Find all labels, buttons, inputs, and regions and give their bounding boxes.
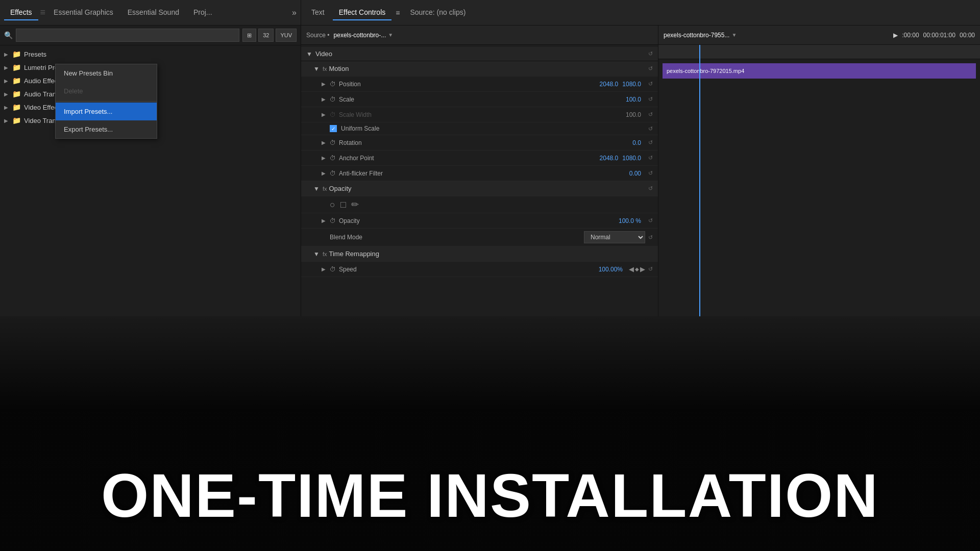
opacity-reset-btn[interactable]: ↺ — [648, 185, 653, 192]
antiflicker-reset-btn[interactable]: ↺ — [648, 170, 653, 177]
time-display-end: 00:00 — [960, 32, 975, 39]
folder-icon-audio-trans: 📁 — [12, 90, 21, 98]
opacity-pen-icon[interactable]: ✏ — [351, 199, 359, 210]
context-separator — [56, 101, 157, 102]
tab-proj[interactable]: Proj... — [187, 5, 218, 20]
motion-reset-btn[interactable]: ↺ — [648, 65, 653, 72]
presets-btn[interactable]: ⊞ — [242, 29, 256, 42]
search-bar: 🔍 ⊞ 32 YUV — [0, 26, 301, 45]
blend-mode-select[interactable]: Normal — [584, 231, 645, 243]
video-section-toggle[interactable]: ▼ — [306, 51, 312, 58]
uniform-scale-label: Uniform Scale — [341, 125, 645, 132]
tab-overflow-btn[interactable]: » — [292, 8, 297, 17]
uniform-scale-checkbox[interactable]: ✓ — [330, 125, 337, 132]
context-import-presets[interactable]: Import Presets... — [56, 103, 157, 120]
expand-position[interactable]: ▶ — [322, 81, 327, 87]
stopwatch-antiflicker-icon: ⏱ — [330, 170, 336, 177]
blend-mode-label: Blend Mode — [330, 234, 584, 241]
speed-next-icon[interactable]: ▶ — [640, 265, 645, 273]
context-menu: New Presets Bin Delete Import Presets...… — [55, 64, 157, 139]
opacity-prop-label: Opacity — [339, 217, 619, 224]
search-input[interactable] — [16, 29, 239, 42]
expand-opacity[interactable]: ▶ — [322, 218, 327, 223]
rotation-reset-btn[interactable]: ↺ — [648, 139, 653, 146]
timeline-source-bar: pexels-cottonbro-7955... ▼ ▶ :00:00 00:0… — [658, 26, 980, 45]
anchor-value2[interactable]: 1080.0 — [622, 155, 641, 162]
position-reset-btn[interactable]: ↺ — [648, 81, 653, 87]
expand-anchor[interactable]: ▶ — [322, 155, 327, 161]
play-btn[interactable]: ▶ — [893, 32, 898, 39]
tab-essential-sound[interactable]: Essential Sound — [121, 5, 185, 20]
expand-antiflicker[interactable]: ▶ — [322, 170, 327, 176]
anchor-reset-btn[interactable]: ↺ — [648, 155, 653, 161]
context-delete: Delete — [56, 82, 157, 100]
scale-reset-btn[interactable]: ↺ — [648, 96, 653, 103]
scale-label: Scale — [339, 96, 626, 103]
context-new-presets-bin[interactable]: New Presets Bin — [56, 64, 157, 82]
arrow-video-trans: ▶ — [4, 118, 9, 123]
speed-keyframe-icon[interactable]: ◆ — [635, 266, 639, 272]
tree-item-presets[interactable]: ▶ 📁 Presets — [0, 47, 301, 61]
yuv-btn[interactable]: YUV — [276, 29, 297, 42]
expand-speed[interactable]: ▶ — [322, 266, 327, 272]
tab-effects[interactable]: Effects — [4, 5, 38, 20]
property-row-opacity: ▶ ⏱ Opacity 100.0 % ↺ — [301, 213, 658, 229]
scale-value1[interactable]: 100.0 — [626, 96, 641, 103]
motion-toggle[interactable]: ▼ — [313, 65, 320, 72]
effect-controls-left: Source • pexels-cottonbro-... ▼ ▼ Video … — [301, 26, 658, 316]
source-label: Source • — [306, 32, 330, 39]
speed-prev-icon[interactable]: ◀ — [629, 265, 634, 273]
timeline-controls: ▶ :00:00 00:00:01:00 00:00 — [893, 32, 975, 39]
opacity-value[interactable]: 100.0 % — [619, 217, 641, 224]
time-remap-label: Time Remapping — [329, 250, 379, 258]
position-value2[interactable]: 1080.0 — [622, 81, 641, 88]
arrow-lumetri: ▶ — [4, 65, 9, 70]
blend-mode-reset-btn[interactable]: ↺ — [648, 234, 653, 241]
expand-rotation[interactable]: ▶ — [322, 140, 327, 145]
expand-scale-width[interactable]: ▶ — [322, 112, 327, 117]
arrow-audio-trans: ▶ — [4, 91, 9, 97]
scale-width-reset-btn[interactable]: ↺ — [648, 111, 653, 118]
folder-icon-presets: 📁 — [12, 50, 21, 58]
antiflicker-value[interactable]: 0.00 — [629, 170, 641, 177]
stopwatch-position-icon: ⏱ — [330, 81, 336, 88]
time-display-current: 00:00:01:00 — [923, 32, 955, 39]
clip-strip[interactable]: pexels-cottonbro-7972015.mp4 — [663, 63, 976, 79]
tab-divider-1: ≡ — [40, 7, 46, 18]
clip-dropdown[interactable]: pexels-cottonbro-7955... ▼ — [664, 32, 737, 39]
rotation-label: Rotation — [339, 139, 632, 146]
rotation-value[interactable]: 0.0 — [632, 139, 641, 146]
context-export-presets[interactable]: Export Presets... — [56, 120, 157, 138]
expand-scale[interactable]: ▶ — [322, 96, 327, 102]
anchor-value1[interactable]: 2048.0 — [600, 155, 619, 162]
motion-section: ▼ fx Motion ↺ ▶ ⏱ Position 2048.0 1080.0 — [301, 61, 658, 181]
tab-text[interactable]: Text — [305, 5, 331, 20]
stopwatch-scale-width-icon: ⏱ — [330, 111, 336, 118]
property-row-speed: ▶ ⏱ Speed 100.00% ◀ ◆ ▶ ↺ — [301, 262, 658, 277]
search-icon: 🔍 — [4, 31, 13, 39]
source-dropdown[interactable]: pexels-cottonbro-... ▼ — [334, 32, 394, 39]
right-tab-bar: Text Effect Controls ≡ Source: (no clips… — [301, 0, 980, 26]
tab-source[interactable]: Source: (no clips) — [404, 5, 472, 20]
uniform-scale-row: ✓ Uniform Scale ↺ — [301, 122, 658, 135]
time-remap-toggle[interactable]: ▼ — [313, 251, 320, 258]
uniform-scale-reset-btn[interactable]: ↺ — [648, 126, 653, 132]
opacity-circle-icon[interactable]: ○ — [330, 199, 335, 210]
opacity-prop-reset-btn[interactable]: ↺ — [648, 217, 653, 224]
folder-icon-video-trans: 📁 — [12, 116, 21, 124]
position-value1[interactable]: 2048.0 — [600, 81, 619, 88]
fx-badge-opacity: fx — [323, 186, 327, 192]
tab-effect-controls[interactable]: Effect Controls — [333, 5, 392, 20]
opacity-icons-row: ○ □ ✏ — [301, 196, 658, 213]
32-btn[interactable]: 32 — [258, 29, 274, 42]
speed-reset-btn[interactable]: ↺ — [648, 266, 653, 272]
blend-mode-row: Blend Mode Normal ↺ — [301, 229, 658, 246]
overlay-text-container: ONE-TIME INSTALLATION — [0, 316, 980, 551]
tab-essential-graphics[interactable]: Essential Graphics — [47, 5, 119, 20]
video-reset-btn[interactable]: ↺ — [648, 51, 653, 57]
opacity-toggle[interactable]: ▼ — [313, 185, 320, 192]
speed-value[interactable]: 100.00% — [599, 266, 623, 273]
stopwatch-rotation-icon: ⏱ — [330, 139, 336, 146]
hamburger-icon[interactable]: ≡ — [394, 7, 402, 19]
opacity-rect-icon[interactable]: □ — [340, 199, 346, 210]
